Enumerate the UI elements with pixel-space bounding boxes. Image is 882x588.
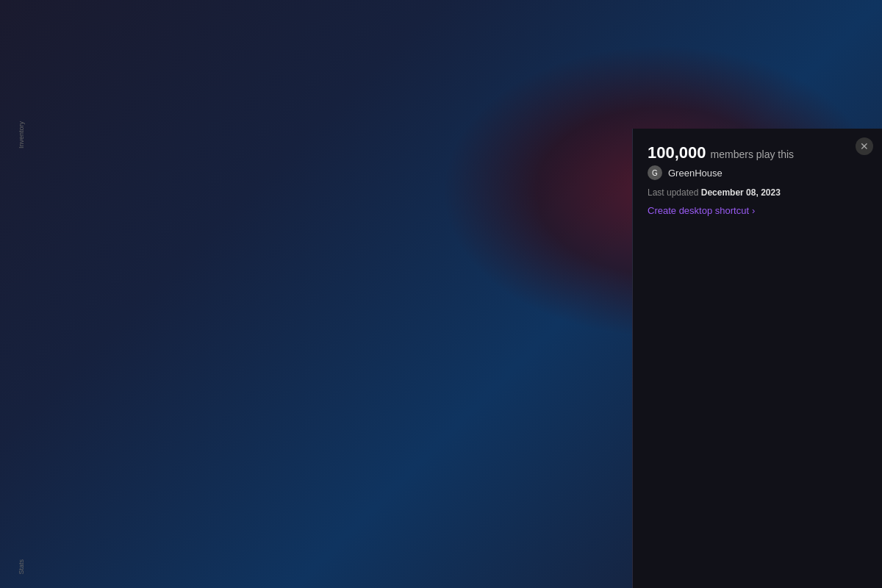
last-updated: Last updated December 08, 2023 [648, 187, 867, 198]
members-count: 100,000 [648, 143, 706, 162]
last-updated-label: Last updated [648, 187, 698, 198]
avatar: G [648, 165, 662, 180]
info-panel: ✕ 100,000 members play this G GreenHouse… [632, 129, 882, 588]
create-shortcut-link[interactable]: Create desktop shortcut › [648, 205, 867, 216]
arrow-right-icon: › [752, 205, 755, 216]
info-close-button[interactable]: ✕ [856, 137, 873, 155]
members-text: members play this [711, 148, 795, 160]
members-row: 100,000 members play this [648, 143, 867, 162]
inventory-label: Inventory [18, 121, 25, 148]
stats-label: Stats [18, 559, 25, 575]
author-name: GreenHouse [668, 168, 723, 179]
last-updated-date: December 08, 2023 [701, 187, 781, 198]
author-row: G GreenHouse [648, 165, 867, 180]
shortcut-label: Create desktop shortcut [648, 205, 749, 216]
